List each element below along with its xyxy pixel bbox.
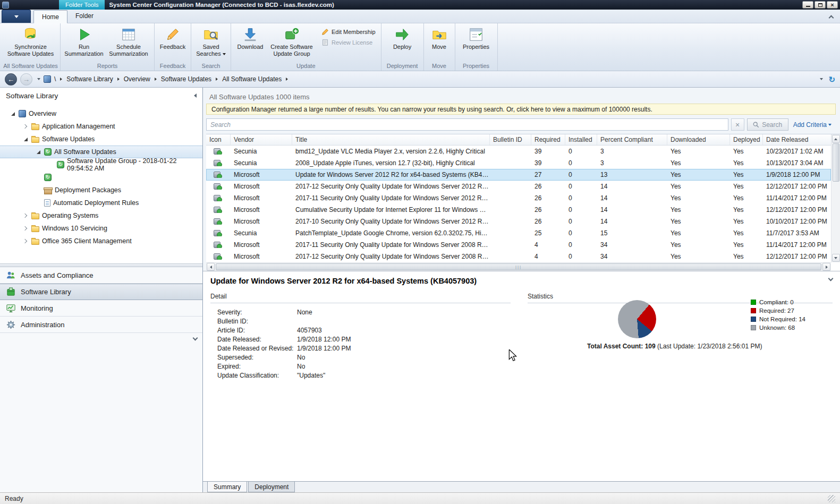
collapse-summary-pane-icon[interactable] (828, 276, 834, 281)
breadcrumb-separator-icon[interactable] (60, 78, 62, 81)
collapse-ribbon-button[interactable] (829, 14, 834, 18)
vertical-scrollbar[interactable] (831, 134, 840, 262)
workspace-assets-and-compliance[interactable]: Assets and Compliance (0, 267, 202, 284)
table-row[interactable]: Microsoft Cumulative Security Update for… (206, 204, 831, 216)
tree-item-overview[interactable]: Overview (0, 107, 202, 120)
column-header-required[interactable]: Required (531, 134, 565, 145)
create-software-update-group-button[interactable]: Create Software Update Group (267, 25, 316, 59)
deploy-button[interactable]: Deploy (386, 25, 419, 52)
properties-button[interactable]: Properties (457, 25, 495, 52)
breadcrumb-separator-icon[interactable] (117, 78, 120, 81)
tree-expander-icon[interactable] (22, 227, 29, 230)
saved-searches-button[interactable]: Saved Searches (193, 25, 228, 59)
navigation-splitter[interactable] (0, 263, 202, 267)
workspace-administration[interactable]: Administration (0, 317, 202, 333)
column-header-title[interactable]: Title (292, 134, 490, 145)
tree-item-windows-10-servicing[interactable]: Windows 10 Servicing (0, 222, 202, 235)
nav-history-caret-icon[interactable] (37, 78, 40, 80)
table-row[interactable]: Microsoft 2017-10 Security Only Quality … (206, 216, 831, 227)
scroll-left-button[interactable] (207, 263, 215, 271)
table-row[interactable]: Secunia 2008_Update Apple iTunes, versio… (206, 157, 831, 169)
tab-summary[interactable]: Summary (207, 482, 247, 492)
synchronize-software-updates-button[interactable]: Synchronize Software Updates (5, 25, 56, 59)
table-row[interactable]: Microsoft 2017-12 Security Only Quality … (206, 251, 831, 262)
table-row[interactable]: Microsoft 2017-12 Security Only Quality … (206, 181, 831, 192)
minimize-button[interactable] (802, 1, 813, 8)
title-bar: Folder Tools System Center Configuration… (0, 0, 840, 10)
application-menu-button[interactable] (2, 10, 31, 23)
tree-item-operating-systems[interactable]: Operating Systems (0, 209, 202, 222)
tree-item-application-management[interactable]: Application Management (0, 120, 202, 133)
breadcrumb-root[interactable]: \ (54, 75, 56, 83)
breadcrumb-all-software-updates[interactable]: All Software Updates (222, 75, 282, 83)
tree-item-all-software-updates[interactable]: All Software Updates (0, 146, 202, 158)
tree-item-software-update-group[interactable]: Software Update Group - 2018-01-22 09:54… (0, 158, 202, 171)
breadcrumb-separator-icon[interactable] (155, 78, 157, 81)
vertical-scroll-thumb[interactable] (833, 143, 839, 182)
column-header-date-released[interactable]: Date Released (763, 134, 831, 145)
tree-expander-icon[interactable] (22, 214, 29, 217)
column-header-deployed[interactable]: Deployed (730, 134, 763, 145)
workspace-software-library[interactable]: Software Library (0, 284, 202, 300)
pencil-icon (165, 27, 181, 42)
download-button[interactable]: Download (233, 25, 267, 52)
table-row[interactable]: Microsoft 2017-11 Security Only Quality … (206, 192, 831, 204)
horizontal-scroll-thumb[interactable]: ||| (216, 263, 821, 270)
breadcrumb-separator-icon[interactable] (216, 78, 218, 81)
search-button[interactable]: Search (747, 118, 788, 131)
table-row[interactable]: Secunia bmd12_Update VLC Media Player 2.… (206, 146, 831, 157)
breadcrumb-software-library[interactable]: Software Library (66, 75, 113, 83)
breadcrumb-overview[interactable]: Overview (124, 75, 150, 83)
scroll-down-button[interactable] (832, 254, 840, 262)
back-button[interactable]: ← (5, 73, 17, 86)
tree-expander-icon[interactable] (22, 240, 29, 243)
tree-expander-icon[interactable] (22, 125, 29, 128)
scroll-up-button[interactable] (832, 135, 840, 143)
workspace-monitoring[interactable]: Monitoring (0, 300, 202, 317)
horizontal-scrollbar[interactable]: ||| (206, 262, 831, 271)
tree-item-office-365-client-management[interactable]: Office 365 Client Management (0, 235, 202, 247)
clear-search-button[interactable]: × (731, 118, 744, 131)
review-license-button[interactable]: Review License (321, 39, 376, 46)
workspace-options-icon[interactable] (193, 336, 198, 341)
move-button[interactable]: Move (426, 25, 453, 52)
add-criteria-link[interactable]: Add Criteria (793, 121, 831, 129)
chart-legend: Compliant: 0 Required: 27 Not Required: … (751, 299, 805, 333)
address-dropdown-caret-icon[interactable] (820, 78, 823, 80)
column-header-icon[interactable]: Icon (206, 134, 231, 145)
column-header-installed[interactable]: Installed (565, 134, 597, 145)
breadcrumb-software-updates[interactable]: Software Updates (161, 75, 211, 83)
tab-folder[interactable]: Folder (67, 10, 101, 23)
tree-item-software-update-groups[interactable] (0, 171, 202, 184)
collapse-pane-icon[interactable] (194, 93, 197, 98)
schedule-summarization-button[interactable]: Schedule Summarization (105, 25, 152, 59)
tree-expander-icon[interactable] (10, 112, 16, 116)
column-header-vendor[interactable]: Vendor (231, 134, 292, 145)
maximize-button[interactable] (814, 1, 826, 8)
refresh-icon[interactable]: ↻ (828, 75, 835, 83)
column-header-percent-compliant[interactable]: Percent Compliant (597, 134, 667, 145)
tab-home[interactable]: Home (33, 10, 67, 23)
tree-expander-icon[interactable] (22, 138, 29, 141)
feedback-button[interactable]: Feedback (157, 25, 189, 52)
table-row[interactable]: Microsoft 2017-11 Security Only Quality … (206, 239, 831, 251)
close-button[interactable]: × (827, 1, 838, 8)
column-header-bulletin-id[interactable]: Bulletin ID (490, 134, 531, 145)
table-row[interactable]: Secunia PatchTemplate_Update Google Chro… (206, 227, 831, 239)
tab-deployment[interactable]: Deployment (248, 482, 295, 492)
tree-item-deployment-packages[interactable]: Deployment Packages (0, 184, 202, 197)
resize-grip[interactable] (828, 495, 835, 502)
scroll-right-button[interactable] (822, 263, 830, 271)
column-header-downloaded[interactable]: Downloaded (667, 134, 730, 145)
folder-tools-contextual-tab[interactable]: Folder Tools (59, 0, 105, 10)
search-input[interactable] (210, 121, 724, 129)
tree-item-software-updates[interactable]: Software Updates (0, 133, 202, 146)
tree-item-automatic-deployment-rules[interactable]: Automatic Deployment Rules (0, 197, 202, 209)
results-notice-bar[interactable]: Configuration Manager returned a large n… (206, 104, 836, 115)
table-row-selected[interactable]: Microsoft Update for Windows Server 2012… (206, 169, 831, 181)
breadcrumb-separator-icon[interactable] (286, 78, 288, 81)
tree-expander-icon[interactable] (35, 150, 41, 154)
run-summarization-button[interactable]: Run Summarization (63, 25, 105, 59)
edit-membership-button[interactable]: Edit Membership (321, 28, 376, 36)
forward-button[interactable]: → (20, 73, 32, 86)
